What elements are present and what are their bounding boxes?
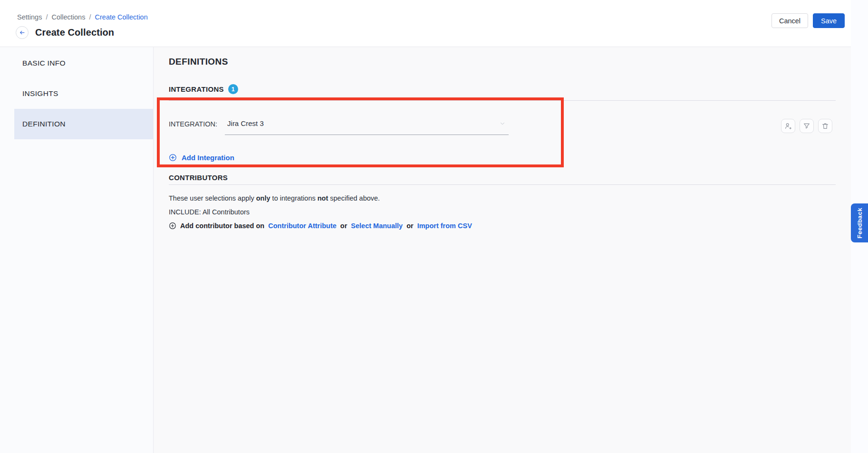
breadcrumb-separator: / <box>89 13 91 21</box>
select-manually-link[interactable]: Select Manually <box>351 221 403 231</box>
add-integration-link[interactable]: Add Integration <box>169 154 234 162</box>
main-content: DEFINITIONS INTEGRATIONS 1 INTEGRATION: … <box>154 47 851 453</box>
include-line: INCLUDE: All Contributors <box>169 207 836 217</box>
plus-circle-icon <box>169 222 176 230</box>
breadcrumb-current[interactable]: Create Collection <box>95 13 148 21</box>
add-contributor-button[interactable] <box>781 119 795 133</box>
feedback-tab-label: Feedback <box>856 208 863 239</box>
cancel-button[interactable]: Cancel <box>772 13 808 28</box>
filter-icon <box>803 122 810 130</box>
breadcrumb: Settings / Collections / Create Collecti… <box>17 13 148 21</box>
trash-icon <box>821 122 829 130</box>
integrations-heading: INTEGRATIONS <box>169 85 224 93</box>
page: Settings / Collections / Create Collecti… <box>0 0 868 453</box>
body-row: BASIC INFO INSIGHTS DEFINITION DEFINITIO… <box>0 47 851 453</box>
add-contributor-prefix: Add contributor based on <box>180 221 264 231</box>
integration-row: INTEGRATION: Jira Crest 3 <box>169 119 836 135</box>
filter-button[interactable] <box>800 119 814 133</box>
or-word: or <box>406 221 414 231</box>
note-text: specified above. <box>328 194 380 202</box>
sidebar: BASIC INFO INSIGHTS DEFINITION <box>0 47 154 453</box>
integration-select-value: Jira Crest 3 <box>227 119 264 128</box>
integrations-heading-row: INTEGRATIONS 1 <box>169 84 836 94</box>
contributors-note: These user selections apply only to inte… <box>169 193 836 203</box>
add-contributor-icon <box>784 122 792 130</box>
integration-field: INTEGRATION: Jira Crest 3 <box>169 119 509 135</box>
contributors-heading: CONTRIBUTORS <box>169 173 228 182</box>
add-integration-label: Add Integration <box>182 154 234 162</box>
import-from-csv-link[interactable]: Import from CSV <box>417 221 472 231</box>
save-button[interactable]: Save <box>813 13 845 28</box>
note-bold-not: not <box>318 194 328 202</box>
header-actions: Cancel Save <box>772 13 845 28</box>
breadcrumb-settings[interactable]: Settings <box>17 13 42 21</box>
integration-field-label: INTEGRATION: <box>169 119 217 129</box>
or-word: or <box>340 221 347 231</box>
back-button[interactable] <box>16 26 29 39</box>
delete-button[interactable] <box>818 119 832 133</box>
integration-select[interactable]: Jira Crest 3 <box>225 119 509 135</box>
breadcrumb-separator: / <box>46 13 48 21</box>
page-title: Create Collection <box>35 27 114 38</box>
arrow-left-icon <box>19 29 26 36</box>
sidebar-item-definition[interactable]: DEFINITION <box>14 109 153 139</box>
feedback-tab[interactable]: Feedback <box>851 203 868 242</box>
note-bold-only: only <box>256 194 270 202</box>
page-header: Settings / Collections / Create Collecti… <box>0 0 851 47</box>
section-title: DEFINITIONS <box>169 56 836 67</box>
app-container: Settings / Collections / Create Collecti… <box>0 0 851 453</box>
plus-circle-icon <box>169 154 177 162</box>
add-contributor-row: Add contributor based on Contributor Att… <box>169 221 836 231</box>
contributor-attribute-link[interactable]: Contributor Attribute <box>268 221 337 231</box>
integrations-divider <box>169 100 836 101</box>
integration-row-actions <box>781 119 832 133</box>
title-row: Create Collection <box>16 26 114 39</box>
contributors-divider <box>169 184 836 185</box>
breadcrumb-collections[interactable]: Collections <box>52 13 86 21</box>
sidebar-item-basic-info[interactable]: BASIC INFO <box>0 48 153 78</box>
chevron-down-icon <box>499 120 506 127</box>
integrations-count-badge: 1 <box>228 84 238 94</box>
contributors-heading-row: CONTRIBUTORS <box>169 173 836 182</box>
note-text: These user selections apply <box>169 194 256 202</box>
sidebar-item-insights[interactable]: INSIGHTS <box>0 78 153 109</box>
note-text: to integrations <box>270 194 318 202</box>
